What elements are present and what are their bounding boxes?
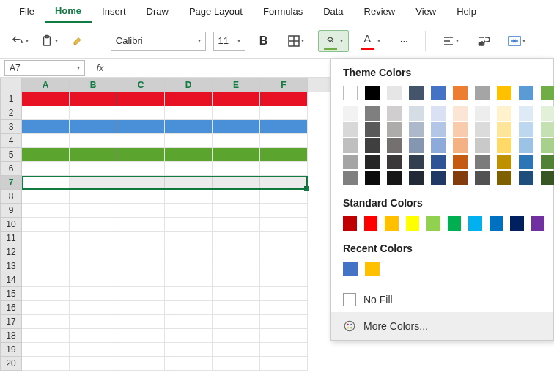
cell-F16[interactable] (260, 301, 308, 315)
cell-C1[interactable] (117, 92, 165, 106)
wrap-text-button[interactable]: ab (473, 30, 495, 52)
select-all-corner[interactable] (0, 78, 22, 92)
tab-help[interactable]: Help (446, 0, 487, 23)
cell-D9[interactable] (165, 204, 213, 218)
cell-D20[interactable] (165, 357, 213, 371)
swatch[interactable] (453, 138, 468, 153)
cell-C6[interactable] (117, 162, 165, 176)
cell-C3[interactable] (117, 120, 165, 134)
swatch[interactable] (519, 86, 533, 100)
swatch[interactable] (497, 122, 511, 137)
cell-F13[interactable] (260, 259, 308, 273)
swatch[interactable] (387, 122, 402, 137)
cell-C17[interactable] (117, 315, 165, 329)
cell-D18[interactable] (165, 329, 213, 343)
cell-A16[interactable] (22, 301, 70, 315)
fill-color-button[interactable]: ▾ (318, 30, 349, 52)
swatch[interactable] (531, 216, 545, 231)
row-header-1[interactable]: 1 (0, 92, 22, 106)
align-button[interactable]: ▾ (436, 30, 465, 52)
cell-E10[interactable] (213, 218, 260, 232)
swatch[interactable] (475, 155, 490, 169)
cell-F9[interactable] (260, 204, 308, 218)
swatch[interactable] (343, 86, 358, 100)
swatch[interactable] (431, 122, 446, 137)
tab-file[interactable]: File (9, 0, 45, 23)
cell-B4[interactable] (70, 134, 117, 148)
cell-F6[interactable] (260, 162, 308, 176)
tab-review[interactable]: Review (354, 0, 406, 23)
cell-D11[interactable] (165, 232, 213, 245)
swatch[interactable] (519, 138, 533, 153)
borders-button[interactable]: ▾ (281, 30, 311, 52)
swatch[interactable] (468, 216, 482, 231)
cell-E17[interactable] (213, 315, 260, 329)
col-header-a[interactable]: A (22, 78, 70, 92)
cell-D6[interactable] (165, 162, 213, 176)
swatch[interactable] (453, 171, 468, 185)
swatch[interactable] (541, 86, 554, 100)
swatch[interactable] (365, 262, 380, 276)
cell-F3[interactable] (260, 120, 308, 134)
cell-A20[interactable] (22, 357, 70, 371)
swatch[interactable] (364, 216, 378, 231)
cell-A3[interactable] (22, 120, 70, 134)
cell-C13[interactable] (117, 259, 165, 273)
swatch[interactable] (431, 155, 446, 169)
row-header-7[interactable]: 7 (0, 176, 22, 190)
swatch[interactable] (343, 216, 357, 231)
cell-D2[interactable] (165, 106, 213, 120)
swatch[interactable] (365, 138, 380, 153)
cell-F18[interactable] (260, 329, 308, 343)
col-header-b[interactable]: B (70, 78, 117, 92)
cell-C15[interactable] (117, 287, 165, 301)
cell-F12[interactable] (260, 245, 308, 259)
format-painter-button[interactable] (67, 30, 89, 52)
swatch[interactable] (387, 171, 402, 185)
swatch[interactable] (541, 106, 554, 121)
swatch[interactable] (409, 155, 424, 169)
cell-E13[interactable] (213, 259, 260, 273)
cell-C19[interactable] (117, 343, 165, 357)
swatch[interactable] (343, 155, 358, 169)
cell-A17[interactable] (22, 315, 70, 329)
cell-D1[interactable] (165, 92, 213, 106)
cell-B19[interactable] (70, 343, 117, 357)
cell-F8[interactable] (260, 190, 308, 204)
cell-F1[interactable] (260, 92, 308, 106)
row-header-19[interactable]: 19 (0, 343, 22, 357)
swatch[interactable] (343, 138, 358, 153)
cell-D19[interactable] (165, 343, 213, 357)
cell-A15[interactable] (22, 287, 70, 301)
swatch[interactable] (497, 155, 511, 169)
swatch[interactable] (541, 155, 554, 169)
swatch[interactable] (343, 122, 358, 137)
swatch[interactable] (519, 171, 533, 185)
cell-F11[interactable] (260, 232, 308, 245)
cell-D10[interactable] (165, 218, 213, 232)
swatch[interactable] (387, 155, 402, 169)
row-header-6[interactable]: 6 (0, 162, 22, 176)
swatch[interactable] (475, 86, 490, 100)
row-header-11[interactable]: 11 (0, 232, 22, 245)
cell-A11[interactable] (22, 232, 70, 245)
cell-A9[interactable] (22, 204, 70, 218)
swatch[interactable] (475, 171, 490, 185)
cell-C10[interactable] (117, 218, 165, 232)
swatch[interactable] (365, 171, 380, 185)
row-header-3[interactable]: 3 (0, 120, 22, 134)
cell-D17[interactable] (165, 315, 213, 329)
swatch[interactable] (409, 171, 424, 185)
cell-B5[interactable] (70, 148, 117, 162)
font-size-select[interactable]: 11 ▾ (213, 32, 245, 51)
cell-D4[interactable] (165, 134, 213, 148)
swatch[interactable] (541, 138, 554, 153)
row-header-12[interactable]: 12 (0, 245, 22, 259)
cell-F19[interactable] (260, 343, 308, 357)
cell-B16[interactable] (70, 301, 117, 315)
swatch[interactable] (406, 216, 420, 231)
row-header-17[interactable]: 17 (0, 315, 22, 329)
cell-C8[interactable] (117, 190, 165, 204)
swatch[interactable] (519, 155, 533, 169)
swatch[interactable] (475, 138, 490, 153)
